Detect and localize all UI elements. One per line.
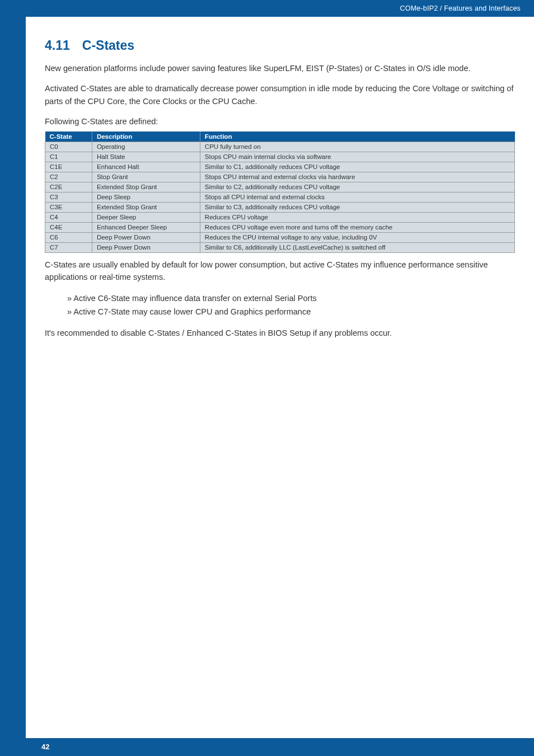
th-cstate: C-State (45, 132, 92, 142)
th-description: Description (92, 132, 200, 142)
table-row: C1Halt StateStops CPU main internal cloc… (45, 152, 515, 162)
content-area: 4.11C-States New generation platforms in… (26, 17, 534, 738)
list-item: Active C7-State may cause lower CPU and … (67, 305, 515, 319)
bullet-list: Active C6-State may influence data trans… (45, 292, 515, 319)
cell-description: Operating (92, 142, 200, 152)
cell-cstate: C0 (45, 142, 92, 152)
recommendation-paragraph: It's recommended to disable C-States / E… (45, 327, 515, 339)
cell-function: Similar to C3, additionally reduces CPU … (200, 202, 514, 212)
section-number: 4.11 (45, 38, 70, 53)
cell-function: Reduces CPU voltage (200, 212, 514, 222)
post-table-paragraph: C-States are usually enabled by default … (45, 259, 515, 284)
cell-function: Stops CPU internal and external clocks v… (200, 172, 514, 182)
intro-paragraph-2: Activated C-States are able to dramatica… (45, 82, 515, 107)
cell-description: Deeper Sleep (92, 212, 200, 222)
page: COMe-bIP2 / Features and Interfaces 4.11… (0, 0, 534, 756)
cell-function: Similar to C6, additionally LLC (LastLev… (200, 242, 514, 252)
cell-function: Similar to C1, additionally reduces CPU … (200, 162, 514, 172)
table-row: C0OperatingCPU fully turned on (45, 142, 515, 152)
cell-cstate: C6 (45, 232, 92, 242)
breadcrumb: COMe-bIP2 / Features and Interfaces (400, 4, 521, 12)
cstates-table: C-State Description Function C0Operating… (45, 132, 515, 253)
table-row: C6Deep Power DownReduces the CPU interna… (45, 232, 515, 242)
table-row: C4EEnhanced Deeper SleepReduces CPU volt… (45, 222, 515, 232)
cell-description: Enhanced Halt (92, 162, 200, 172)
header-bar: COMe-bIP2 / Features and Interfaces (26, 0, 534, 17)
list-item: Active C6-State may influence data trans… (67, 292, 515, 306)
cell-function: Reduces CPU voltage even more and turns … (200, 222, 514, 232)
cell-description: Extended Stop Grant (92, 202, 200, 212)
table-row: C4Deeper SleepReduces CPU voltage (45, 212, 515, 222)
cell-function: Stops all CPU internal and external cloc… (200, 192, 514, 202)
cell-description: Deep Power Down (92, 242, 200, 252)
cell-description: Deep Sleep (92, 192, 200, 202)
cell-function: Similar to C2, additionally reduces CPU … (200, 182, 514, 192)
table-row: C2Stop GrantStops CPU internal and exter… (45, 172, 515, 182)
table-row: C7Deep Power DownSimilar to C6, addition… (45, 242, 515, 252)
cell-description: Enhanced Deeper Sleep (92, 222, 200, 232)
cell-cstate: C2E (45, 182, 92, 192)
cell-function: Reduces the CPU internal voltage to any … (200, 232, 514, 242)
cell-function: CPU fully turned on (200, 142, 514, 152)
cell-cstate: C4E (45, 222, 92, 232)
table-header-row: C-State Description Function (45, 132, 515, 142)
cell-cstate: C1 (45, 152, 92, 162)
th-function: Function (200, 132, 514, 142)
table-row: C3Deep SleepStops all CPU internal and e… (45, 192, 515, 202)
section-title: C-States (82, 38, 134, 53)
cell-cstate: C3E (45, 202, 92, 212)
cell-description: Stop Grant (92, 172, 200, 182)
table-row: C2EExtended Stop GrantSimilar to C2, add… (45, 182, 515, 192)
cell-cstate: C7 (45, 242, 92, 252)
cell-cstate: C3 (45, 192, 92, 202)
cell-description: Extended Stop Grant (92, 182, 200, 192)
cell-cstate: C4 (45, 212, 92, 222)
cell-cstate: C2 (45, 172, 92, 182)
table-row: C1EEnhanced HaltSimilar to C1, additiona… (45, 162, 515, 172)
page-number: 42 (41, 743, 49, 751)
cell-description: Deep Power Down (92, 232, 200, 242)
cell-description: Halt State (92, 152, 200, 162)
intro-paragraph-1: New generation platforms include power s… (45, 62, 515, 74)
table-row: C3EExtended Stop GrantSimilar to C3, add… (45, 202, 515, 212)
section-heading: 4.11C-States (45, 38, 515, 53)
cell-cstate: C1E (45, 162, 92, 172)
footer-bar: 42 (26, 738, 534, 756)
table-lead-paragraph: Following C-States are defined: (45, 115, 515, 128)
left-sidebar (0, 0, 26, 756)
cell-function: Stops CPU main internal clocks via softw… (200, 152, 514, 162)
